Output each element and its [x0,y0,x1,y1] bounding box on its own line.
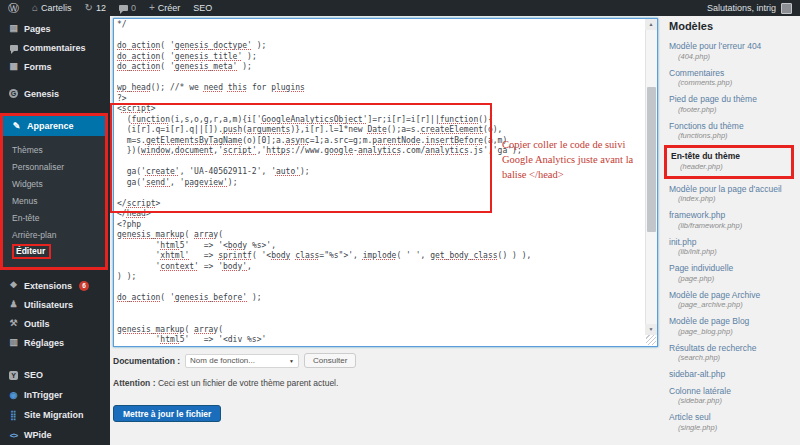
sidebar-item-plugins[interactable]: ❖ Extensions 6 [0,276,110,295]
template-link-page[interactable]: Page individuelle (page.php) [669,263,794,284]
sidebar-item-label: Apparence [27,121,74,131]
template-link-label: Résultats de recherche [669,343,794,354]
menu-group-plugins: Y SEO ◉ InTrigger ⣿ Site Migration <> WP… [0,365,110,445]
sidebar-subitem-label: Arrière-plan [12,230,56,240]
template-file-name: (page_blog.php) [669,327,794,337]
sidebar-item-header[interactable]: En-tête [3,209,105,226]
comments-icon [10,45,18,51]
sidebar-item-menus[interactable]: Menus [3,192,105,209]
sidebar-subitem-label: Widgets [12,179,43,189]
template-link-sidebar-alt[interactable]: sidebar-alt.php [669,369,794,380]
code-line [117,304,641,315]
template-file-name: (search.php) [669,353,794,363]
update-file-button[interactable]: Mettre à jour le fichier [113,405,221,422]
template-link-label: Colonne latérale [669,386,794,397]
sidebar-item-site-migration[interactable]: ⣿ Site Migration [0,405,110,425]
template-link-page-archive[interactable]: Modèle de page Archive (page_archive.php… [669,290,794,311]
code-line: </script> [117,199,641,210]
template-link-footer[interactable]: Pied de page du thème (footer.php) [669,94,794,115]
code-line: 'xhtml' => sprintf( '<body class="%s">',… [117,251,641,262]
sidebar-item-seo[interactable]: Y SEO [0,365,110,385]
code-line: do_action( 'genesis_before' ); [117,293,641,304]
consult-button[interactable]: Consulter [304,353,356,368]
sidebar-subitem-label: Menus [12,196,38,206]
new-content-label: Créer [158,3,181,13]
template-link-label: Page individuelle [669,263,794,274]
sidebar-subitem-label: En-tête [12,213,39,223]
code-line: do_action( 'genesis_title' ); [117,52,641,63]
sidebar-item-themes[interactable]: Thèmes [3,141,105,158]
comment-bubble-icon [119,5,128,11]
sidebar-item-background[interactable]: Arrière-plan [3,226,105,243]
seo-icon: Y [9,371,18,380]
template-link-index[interactable]: Modèle pour la page d'accueil (index.php… [669,184,794,205]
sidebar-item-appearance[interactable]: ✎ Apparence [3,116,105,136]
sidebar-item-intrigger[interactable]: ◉ InTrigger [0,385,110,405]
sidebar-item-tools[interactable]: ⚒ Outils [0,314,110,333]
sidebar-item-label: Utilisateurs [24,300,73,310]
sidebar-item-users[interactable]: ♟ Utilisateurs [0,295,110,314]
template-link-comments[interactable]: Commentaires (comments.php) [669,68,794,89]
account-menu[interactable]: Salutations, intrig [707,3,792,14]
scroll-up-icon[interactable]: ▲ [645,19,657,30]
updates-count: 12 [96,3,106,13]
code-content: */ do_action( 'genesis_doctype' ); do_ac… [117,20,641,344]
code-line: <?php [117,220,641,231]
code-line: (i[r].q=i[r].q||[]).push(arguments)},i[r… [117,125,641,136]
template-link-label: Modèle de page Archive [669,290,794,301]
sidebar-item-comments[interactable]: Commentaires [0,38,110,57]
admin-menu-sidebar: ▤ Pages Commentaires ▦ Forms G Genesis ✎… [0,16,110,445]
home-icon: ⌂ [32,3,38,13]
textarea-resize-grip[interactable] [646,335,656,345]
sidebar-item-label: SEO [24,370,43,380]
wordpress-menu[interactable]: Ⓦ [8,0,19,16]
template-link-label: Fonctions du thème [669,121,794,132]
sidebar-item-forms[interactable]: ▦ Forms [0,57,110,76]
attention-label: Attention : [113,378,156,388]
template-link-search[interactable]: Résultats de recherche (search.php) [669,343,794,364]
sidebar-item-customize[interactable]: Personnaliser [3,158,105,175]
sidebar-item-label: Site Migration [24,410,84,420]
template-link-single[interactable]: Article seul (single.php) [669,412,794,433]
code-line: wp_head(); //* we need this for plugins [117,83,641,94]
sidebar-item-genesis[interactable]: G Genesis [0,84,110,103]
sidebar-item-wpide[interactable]: <> WPide [0,425,110,445]
function-select[interactable]: Nom de fonction... ▼ [185,354,299,368]
template-file-name: (header.php) [671,162,787,172]
template-link-sidebar[interactable]: Colonne latérale (sidebar.php) [669,386,794,407]
sidebar-item-label: Extensions [24,281,72,291]
sidebar-item-pages[interactable]: ▤ Pages [0,19,110,38]
sidebar-item-editor[interactable]: Éditeur [3,243,105,260]
code-line [117,314,641,325]
updates-link[interactable]: ↻ 12 [85,0,106,16]
settings-icon: ▥ [8,337,19,348]
appearance-submenu: Thèmes Personnaliser Widgets Menus En-tê… [3,136,105,267]
updates-icon: ↻ [85,3,93,13]
comments-link[interactable]: 0 [119,0,136,16]
dropdown-arrow-icon: ▼ [289,358,294,364]
sidebar-item-settings[interactable]: ▥ Réglages [0,333,110,352]
template-file-name: (page_archive.php) [669,300,794,310]
templates-sidebar: Modèles Modèle pour l'erreur 404 (404.ph… [662,16,800,445]
greeting-label: Salutations, intrig [707,3,776,13]
site-name-link[interactable]: ⌂ Cartelis [32,0,72,16]
code-line: <script> [117,104,641,115]
template-link-header[interactable]: En-tête du thème (header.php) [664,145,794,179]
template-link-404[interactable]: Modèle pour l'erreur 404 (404.php) [669,41,794,62]
code-line: ?> [117,94,641,105]
template-link-page-blog[interactable]: Modèle de page Blog (page_blog.php) [669,316,794,337]
theme-editor-textarea[interactable]: */ do_action( 'genesis_doctype' ); do_ac… [113,18,658,347]
menu-group-mid: ❖ Extensions 6 ♟ Utilisateurs ⚒ Outils ▥… [0,276,110,352]
site-name-label: Cartelis [41,3,72,13]
sidebar-item-widgets[interactable]: Widgets [3,175,105,192]
template-link-framework[interactable]: framework.php (lib/framework.php) [669,210,794,231]
template-link-functions[interactable]: Fonctions du thème (functions.php) [669,121,794,142]
new-content-menu[interactable]: + Créer [149,0,180,16]
count-badge: 6 [79,281,89,291]
seo-menu[interactable]: SEO [193,0,212,16]
template-link-init[interactable]: init.php (lib/init.php) [669,237,794,258]
scroll-down-icon[interactable]: ▼ [645,324,657,335]
function-select-value: Nom de fonction... [190,356,255,365]
code-line: 'html5' => '<div %s>' [117,335,641,344]
template-link-label: Pied de page du thème [669,94,794,105]
